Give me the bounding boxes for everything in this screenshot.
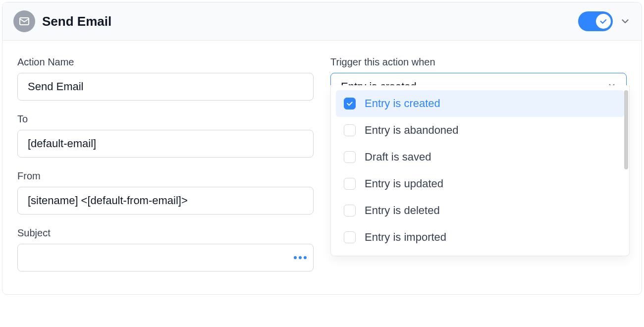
checkbox-icon [344, 124, 356, 136]
subject-label: Subject [17, 227, 314, 239]
checkbox-icon [344, 98, 356, 109]
to-input[interactable] [17, 130, 314, 158]
checkbox-icon [344, 205, 356, 217]
email-icon [13, 10, 35, 32]
checkbox-icon [344, 178, 356, 190]
from-input[interactable] [17, 187, 314, 215]
collapse-button[interactable] [620, 16, 631, 27]
field-trigger: Trigger this action when Entry is create… [330, 56, 627, 101]
card-header: Send Email [2, 2, 642, 41]
card-title: Send Email [42, 14, 578, 29]
action-card: Send Email Action Name [2, 2, 642, 295]
to-label: To [17, 113, 314, 125]
checkbox-icon [344, 151, 356, 163]
trigger-option-label: Entry is created [365, 97, 440, 110]
dropdown-scrollbar[interactable] [624, 90, 628, 169]
trigger-option-label: Entry is imported [365, 231, 446, 244]
subject-input[interactable] [17, 244, 314, 272]
from-label: From [17, 170, 314, 182]
trigger-option[interactable]: Entry is abandoned [331, 117, 629, 144]
trigger-label: Trigger this action when [330, 56, 627, 68]
trigger-option-label: Entry is deleted [365, 204, 440, 217]
toggle-knob [596, 14, 611, 29]
action-name-label: Action Name [17, 56, 314, 68]
action-name-input[interactable] [17, 73, 314, 101]
enable-toggle[interactable] [578, 11, 613, 31]
trigger-option-label: Entry is updated [365, 177, 443, 190]
checkbox-icon [344, 231, 356, 243]
field-subject: Subject [17, 227, 314, 272]
left-column: Action Name To From Subject [17, 56, 314, 284]
trigger-option-label: Draft is saved [365, 151, 431, 164]
right-column: Trigger this action when Entry is create… [330, 56, 627, 284]
trigger-option-label: Entry is abandoned [365, 124, 459, 137]
trigger-dropdown: Entry is createdEntry is abandonedDraft … [330, 85, 630, 256]
field-from: From [17, 170, 314, 215]
subject-ellipsis-icon[interactable] [294, 256, 307, 259]
card-body: Action Name To From Subject [2, 41, 642, 294]
trigger-option[interactable]: Draft is saved [331, 144, 629, 170]
trigger-option[interactable]: Entry is updated [331, 170, 629, 197]
trigger-option[interactable]: Entry is created [336, 90, 624, 117]
trigger-option[interactable]: Entry is deleted [331, 197, 629, 224]
field-to: To [17, 113, 314, 158]
header-controls [578, 11, 631, 31]
trigger-option[interactable]: Entry is imported [331, 224, 629, 251]
field-action-name: Action Name [17, 56, 314, 101]
